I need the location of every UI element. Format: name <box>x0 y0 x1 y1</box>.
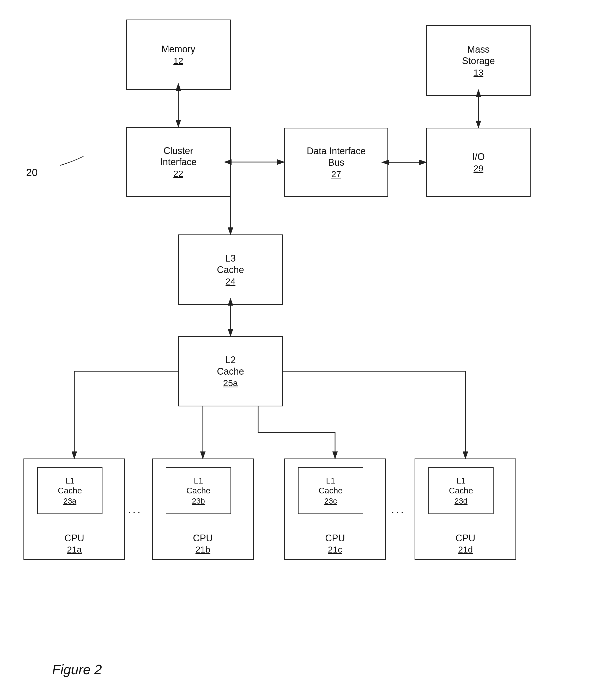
l1-cache-21a-label: L1Cache <box>58 476 82 496</box>
l2-cache-box: L2Cache 25a <box>178 336 283 406</box>
figure-label: Figure 2 <box>52 662 102 677</box>
mass-storage-num: 13 <box>474 67 483 78</box>
cpu-21b-box: L1Cache 23b CPU 21b <box>152 458 254 560</box>
arrow-l2-cpu21a <box>74 371 178 458</box>
l1-cache-21d-label: L1Cache <box>449 476 473 496</box>
mass-storage-label: MassStorage <box>462 44 495 66</box>
arrows-svg <box>0 0 595 700</box>
l2-cache-num: 25a <box>223 378 238 388</box>
l1-cache-21c-label: L1Cache <box>319 476 343 496</box>
cpu-21b-num: 21b <box>153 545 253 555</box>
l2-cache-label: L2Cache <box>217 354 244 377</box>
data-interface-bus-label: Data InterfaceBus <box>307 145 366 168</box>
diagram-container: Memory 12 MassStorage 13 ClusterInterfac… <box>0 0 595 700</box>
cpu-21a-num: 21a <box>24 545 124 555</box>
cpu-21d-box: L1Cache 23d CPU 21d <box>415 458 516 560</box>
arrow-l2-cpu21c <box>258 406 335 458</box>
cpu-21c-label: CPU <box>285 532 385 544</box>
l3-cache-label: L3Cache <box>217 253 244 275</box>
memory-box: Memory 12 <box>126 20 231 90</box>
cpu-21c-box: L1Cache 23c CPU 21c <box>284 458 386 560</box>
io-label: I/O <box>472 151 485 162</box>
dots-right: ... <box>391 503 405 516</box>
io-num: 29 <box>474 163 483 174</box>
cluster-interface-num: 22 <box>173 169 183 179</box>
l1-cache-21a-num: 23a <box>63 496 76 506</box>
cpu-21d-label: CPU <box>415 532 515 544</box>
data-interface-bus-box: Data InterfaceBus 27 <box>284 128 388 197</box>
memory-num: 12 <box>173 56 183 66</box>
l1-cache-21b: L1Cache 23b <box>166 467 231 514</box>
cpu-21b-label: CPU <box>153 532 253 544</box>
l1-cache-21c: L1Cache 23c <box>298 467 363 514</box>
arrow-l2-cpu21d <box>283 371 465 458</box>
dots-left: ... <box>128 503 142 516</box>
cluster-interface-box: ClusterInterface 22 <box>126 127 231 197</box>
l3-cache-num: 24 <box>226 276 235 286</box>
l1-cache-21d-num: 23d <box>454 496 468 506</box>
l1-cache-21c-num: 23c <box>324 496 337 506</box>
data-interface-bus-num: 27 <box>331 169 341 179</box>
l1-cache-21a: L1Cache 23a <box>37 467 103 514</box>
cpu-21d-num: 21d <box>415 545 515 555</box>
label-20-arrow <box>60 156 83 165</box>
memory-label: Memory <box>161 43 195 55</box>
cpu-21c-num: 21c <box>285 545 385 555</box>
l3-cache-box: L3Cache 24 <box>178 235 283 305</box>
cluster-interface-label: ClusterInterface <box>160 145 197 168</box>
l1-cache-21b-num: 23b <box>192 496 205 506</box>
l1-cache-21d: L1Cache 23d <box>428 467 493 514</box>
mass-storage-box: MassStorage 13 <box>426 25 531 96</box>
diagram-ref-label: 20 <box>26 167 38 178</box>
cpu-21a-box: L1Cache 23a CPU 21a <box>24 458 125 560</box>
io-box: I/O 29 <box>426 128 531 197</box>
cpu-21a-label: CPU <box>24 532 124 544</box>
l1-cache-21b-label: L1Cache <box>187 476 211 496</box>
